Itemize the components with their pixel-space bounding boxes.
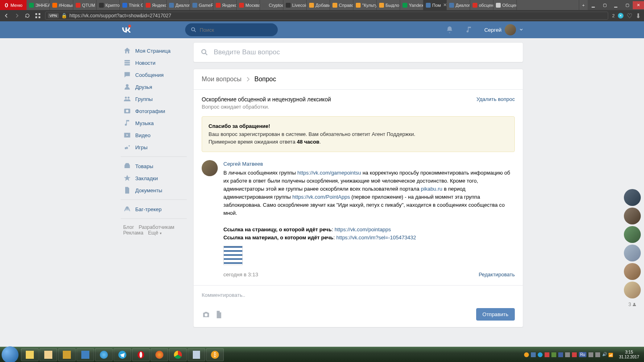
browser-tab[interactable]: Быдло| xyxy=(377,0,400,10)
browser-tab[interactable]: Cryptoc xyxy=(260,0,283,10)
download-icon[interactable]: ⬇ xyxy=(636,12,641,20)
sidebar-item[interactable]: Группы xyxy=(121,93,187,105)
music-icon[interactable] xyxy=(465,26,473,34)
link-ads[interactable]: Реклама xyxy=(123,230,143,236)
delete-ticket-link[interactable]: Удалить вопрос xyxy=(477,96,515,102)
breadcrumb-link[interactable]: Мои вопросы xyxy=(202,76,242,83)
browser-tab[interactable]: QTUM xyxy=(73,0,97,10)
tray-lang[interactable]: Ru xyxy=(579,352,586,357)
browser-tab[interactable]: Livecoin xyxy=(283,0,307,10)
vk-logo[interactable] xyxy=(121,24,132,35)
user-menu[interactable]: Сергей xyxy=(484,24,523,35)
edit-link[interactable]: Редактировать xyxy=(479,271,515,279)
friend-bubble[interactable] xyxy=(624,189,641,206)
reload-button[interactable] xyxy=(24,12,31,19)
taskbar-calc[interactable] xyxy=(188,348,205,361)
tray-icon[interactable] xyxy=(595,352,600,357)
ref-page-link[interactable]: https://vk.com/pointapps xyxy=(334,226,391,232)
browser-tab[interactable]: Яндекс xyxy=(213,0,237,10)
maximize-button[interactable]: ▢ xyxy=(621,1,633,9)
post-avatar[interactable] xyxy=(202,160,218,176)
taskbar-app[interactable] xyxy=(58,348,76,361)
taskbar-telegram[interactable] xyxy=(114,348,131,361)
sidebar-item[interactable]: Закладки xyxy=(121,172,187,184)
close-button[interactable]: ✕ xyxy=(633,1,644,9)
tray-icon[interactable] xyxy=(545,352,549,357)
browser-tab[interactable]: GamePo xyxy=(190,0,213,10)
sidebar-item[interactable]: Игры xyxy=(121,141,187,153)
camera-icon[interactable] xyxy=(202,310,211,319)
minimize-secondary[interactable]: ▁ xyxy=(588,1,599,9)
taskbar-chrome[interactable] xyxy=(169,348,187,361)
post-author[interactable]: Сергей Матвеев xyxy=(223,160,515,168)
browser-tab[interactable]: Справо xyxy=(330,0,353,10)
maximize-secondary[interactable]: ▢ xyxy=(599,1,610,9)
taskbar-opera[interactable] xyxy=(132,348,150,361)
tray-icon[interactable] xyxy=(558,352,563,357)
adblock-icon[interactable]: ✕ xyxy=(618,13,623,19)
friend-bubble[interactable] xyxy=(624,282,641,298)
sidebar-item[interactable]: Новости xyxy=(121,57,187,69)
tray-icon[interactable] xyxy=(572,352,577,357)
taskbar-firefox[interactable] xyxy=(151,348,168,361)
tray-icon[interactable] xyxy=(531,352,536,357)
comment-input[interactable] xyxy=(202,292,515,298)
vpn-badge[interactable]: VPN xyxy=(48,13,59,18)
speed-dial-button[interactable] xyxy=(35,12,41,19)
browser-tab[interactable]: Яндекс xyxy=(143,0,167,10)
forward-button[interactable] xyxy=(14,12,20,19)
browser-tab[interactable]: Обсцен xyxy=(493,0,517,10)
support-search-input[interactable] xyxy=(214,48,516,56)
sidebar-item[interactable]: Моя Страница xyxy=(121,45,187,57)
tray-icon[interactable] xyxy=(538,352,543,357)
minimize-button[interactable]: ▁ xyxy=(610,1,621,9)
browser-tab[interactable]: Диалог xyxy=(167,0,190,10)
tray-icon[interactable] xyxy=(565,352,570,357)
tray-icon[interactable] xyxy=(551,352,556,357)
sidebar-item[interactable]: Баг-трекер xyxy=(121,203,187,215)
friend-bubble[interactable] xyxy=(624,263,641,280)
sidebar-item[interactable]: Товары xyxy=(121,160,187,172)
tray-clock[interactable]: 3:15 31.12.2017 xyxy=(616,350,642,360)
header-search-input[interactable] xyxy=(200,27,272,33)
sidebar-item[interactable]: Видео xyxy=(121,129,187,141)
header-search[interactable] xyxy=(185,23,278,36)
opera-menu-button[interactable]: Меню xyxy=(0,0,27,10)
sidebar-item[interactable]: Фотографии xyxy=(121,105,187,117)
taskbar-app[interactable] xyxy=(39,348,57,361)
back-button[interactable] xyxy=(3,12,10,19)
sidebar-item[interactable]: Сообщения xyxy=(121,69,187,81)
browser-tab[interactable]: Пом✕ xyxy=(423,0,447,10)
post-link3[interactable]: https://vk.com/PointApps xyxy=(292,194,350,200)
taskbar-app[interactable] xyxy=(21,348,39,361)
bell-icon[interactable] xyxy=(446,26,454,34)
attachment-thumb[interactable] xyxy=(223,246,243,265)
sidebar-item[interactable]: Музыка xyxy=(121,117,187,129)
browser-tab[interactable]: ЭННЕА xyxy=(27,0,50,10)
friend-bubble[interactable] xyxy=(624,226,641,243)
start-button[interactable] xyxy=(2,346,19,362)
link-blog[interactable]: Блог xyxy=(123,224,134,230)
post-link2[interactable]: pikabu.ru xyxy=(421,186,442,192)
friend-bubble[interactable] xyxy=(624,208,641,224)
browser-tab[interactable]: Крипто xyxy=(97,0,120,10)
url-field[interactable]: VPN 🔒 https://vk.com/support?act=show&id… xyxy=(45,12,608,20)
friend-bubble[interactable] xyxy=(624,245,641,261)
new-tab-button[interactable]: + xyxy=(579,0,588,10)
browser-tab[interactable]: "Культу xyxy=(353,0,377,10)
taskbar-app[interactable] xyxy=(95,348,113,361)
tray-icon[interactable] xyxy=(588,352,593,357)
document-icon[interactable] xyxy=(215,310,223,319)
sidebar-item[interactable]: Документы xyxy=(121,184,187,196)
ref-mat-link[interactable]: https://vk.com/im?sel=-105473432 xyxy=(336,234,416,241)
browser-tab[interactable]: Think G xyxy=(120,0,143,10)
taskbar-app[interactable] xyxy=(76,348,94,361)
tray-network-icon[interactable]: 📶 xyxy=(608,353,614,357)
sidebar-item[interactable]: Друзья xyxy=(121,81,187,93)
post-link1[interactable]: https://vk.com/gamepointsu xyxy=(297,170,361,176)
taskbar-bitcoin[interactable]: ₿ xyxy=(206,348,224,361)
browser-tab[interactable]: #Новый xyxy=(50,0,73,10)
link-more[interactable]: Ещё ▾ xyxy=(148,230,162,236)
browser-tab[interactable]: обсцен xyxy=(470,0,493,10)
tray-icon[interactable] xyxy=(524,352,529,357)
